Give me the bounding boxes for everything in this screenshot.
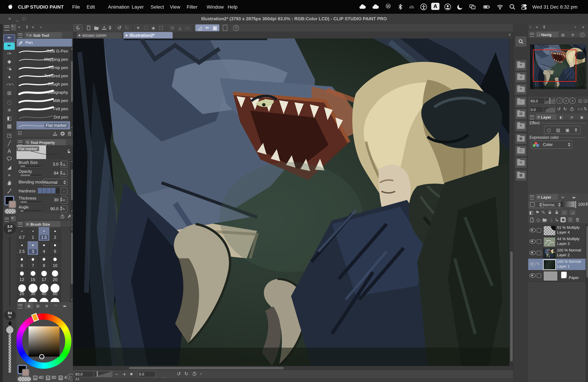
nav-fit-screen-icon[interactable]: ◲ [584,99,588,103]
brush-size-cell[interactable]: 20 [50,269,61,283]
input-source-icon[interactable]: A [431,3,440,10]
canvas-artwork[interactable] [73,38,509,366]
crop-icon-disabled[interactable]: ⊠ [169,25,176,30]
wifi-icon[interactable] [496,3,504,11]
tool-figure[interactable]: ╱ [4,140,15,147]
save-file-icon[interactable] [102,25,107,31]
deselect-icon[interactable]: ✴ [135,25,142,30]
layer3-checkbox[interactable] [537,239,541,244]
sub-color-swatch[interactable] [9,201,16,208]
apply-mask-icon-disabled[interactable]: ◘ [567,217,573,222]
layer-opacity-spinner[interactable] [585,202,588,206]
effect-spinner[interactable] [575,128,578,132]
subtool-item-milli-pen[interactable]: Milli pen [17,96,70,105]
layer2-thumbnail[interactable] [543,248,556,258]
material-folder-tone[interactable]: ∷ [515,97,526,107]
layer3-thumbnail[interactable] [543,237,556,247]
brush-size-source-button[interactable] [61,161,67,168]
brush-size-cell[interactable]: 2 [50,227,61,241]
layer-tab[interactable]: ≋Layer [536,194,558,200]
expression-color-select[interactable]: Color [531,140,572,149]
brush-size-cell[interactable]: 25 [17,283,27,298]
thickness-none-button[interactable]: ⊘ [61,196,67,204]
layerproperty-menu-icon[interactable] [530,115,534,119]
brush-size-cell[interactable]: 5 [50,241,61,255]
subtool-item-calligraphy[interactable]: Calligraphy [17,88,70,97]
layer-row-3[interactable]: 44 % MultiplyLayer 3 [528,236,587,248]
cloud-status-icon[interactable] [358,3,367,11]
right-collapse-icon[interactable]: ‹ [529,25,531,29]
brush-size-cell[interactable]: 8 [39,255,50,269]
redo-icon[interactable]: ↻ [124,25,130,30]
nav-reset-rotation-icon[interactable] [569,107,574,112]
material-folder-3d[interactable]: ◫ [515,146,526,156]
material-folder-pose[interactable]: ≡ [515,158,526,168]
navigator-rotation-slider[interactable] [543,106,555,113]
nav-zoom-in-icon[interactable]: + [563,97,569,104]
nav-actual-size-icon[interactable]: ◱ [578,99,582,103]
rotate-left-icon[interactable]: ↺ [177,371,181,376]
snap-to-ruler-icon[interactable]: ◿ [196,25,204,30]
slider-panel-menu-icon[interactable] [5,218,9,222]
navigator-menu-icon[interactable] [530,33,534,37]
layer-list-scrollbar[interactable] [586,225,588,382]
toolbar-menu-icon[interactable] [4,25,10,31]
scale-rotate-icon[interactable]: ⛶ [157,25,164,30]
tool-auto-select[interactable]: ✳ [4,107,15,115]
material-folder-manga[interactable]: ✕ [515,84,526,95]
canvas-zoom-field[interactable]: 83.0 [74,371,95,377]
canvas-zoom-slider[interactable] [93,371,112,377]
thickness-value[interactable]: 30 [54,197,59,202]
navigator-zoom-slider[interactable] [544,97,555,104]
brush-size-cell[interactable]: 40 [39,283,50,298]
clip-below-icon[interactable]: ◧ [529,210,533,214]
subtool-item-dot-pen[interactable]: Dot pen [17,113,70,122]
paper-visible-icon[interactable] [529,273,536,278]
brush-size-cell[interactable]: 6 [17,255,27,269]
slider-panel-tab[interactable]: ⫯⫯ [11,216,16,221]
import-subtool-icon[interactable] [52,131,58,136]
new-file-icon[interactable] [86,25,91,31]
nav-flip-vertical-icon[interactable]: ⇅ [584,107,587,111]
canvas-rotation-field[interactable]: 0.0 [138,371,155,377]
brush-size-cell[interactable]: 70 [27,298,39,302]
companion-mode-icon[interactable] [223,25,227,31]
accessibility-icon[interactable] [420,3,428,11]
menu-layer[interactable]: Layer [132,4,144,10]
merge-down-icon[interactable]: ↳ [555,217,559,222]
brush-size-cell[interactable]: 100 [50,298,61,302]
brush-size-cell[interactable]: 15 [27,269,39,283]
nav-rotate-left-icon[interactable]: ↺ [557,107,561,111]
tool-lasso-select[interactable]: ◌ [4,99,15,107]
brush-size-cell[interactable]: 17 [39,269,50,283]
apple-menu-icon[interactable] [7,3,14,10]
layer4-checkbox[interactable] [537,228,541,232]
hsv-toggle-icon[interactable]: ▷ [67,374,73,380]
balloon-tab[interactable]: ◔ [567,115,576,120]
brush-size-cell-highlighted[interactable]: 1.5 [39,227,50,241]
menu-filter[interactable]: Filter [187,4,197,10]
brush-size-cell[interactable]: 7 [27,255,39,269]
transparent-color-swatch[interactable] [4,209,16,214]
brush-size-cell[interactable]: 1 [27,227,39,241]
paper-checkbox[interactable] [537,273,541,278]
opacity-value[interactable]: 84 [54,171,59,175]
frame-icon-disabled[interactable]: ▭ [184,25,191,30]
sv-square[interactable] [29,326,60,357]
toolproperty-menu-icon[interactable] [18,140,22,145]
menu-file[interactable]: File [72,4,80,10]
navigator-zoom-field[interactable]: 83.0 [529,97,546,104]
save-stepper[interactable] [109,26,111,30]
brush-size-cell[interactable]: 4 [39,241,50,255]
new-vector-layer-icon[interactable]: ◇ [536,217,540,222]
navigator-view-frame[interactable] [533,49,576,82]
tab-eizuwo[interactable]: eizuwo comm [77,32,122,38]
spotlight-search-icon[interactable] [508,3,517,11]
delete-layer-icon[interactable] [575,217,580,222]
new-layer-folder-icon[interactable] [542,217,547,222]
new-raster-layer-icon[interactable] [529,217,535,222]
tool-correct-line[interactable]: ⌖ [4,172,15,179]
canvas-vscrollbar[interactable] [509,38,513,366]
hardness-expand-button[interactable]: › [61,188,67,195]
keyboard-brightness-icon[interactable] [408,3,416,11]
